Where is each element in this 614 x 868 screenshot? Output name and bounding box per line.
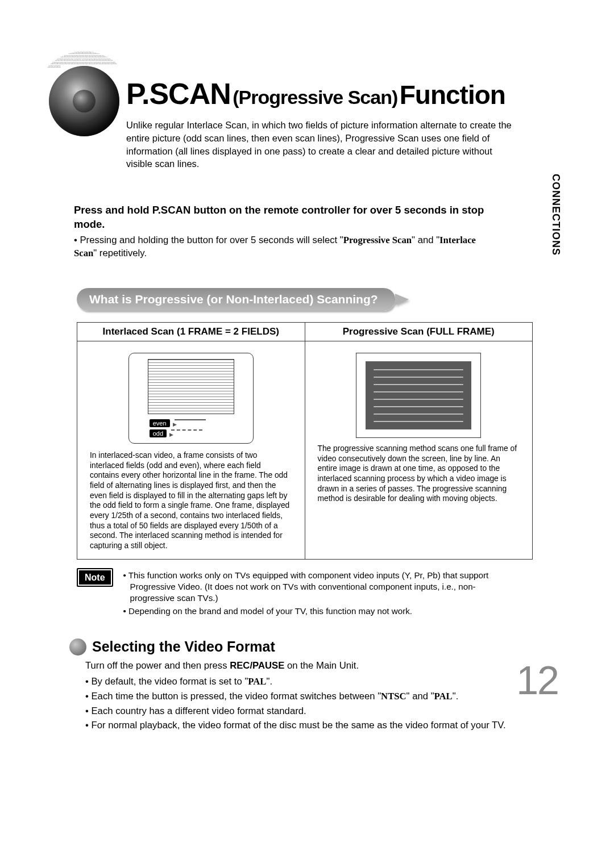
progressive-screen-icon: [366, 361, 471, 429]
instruction-lead: Press and hold P.SCAN button on the remo…: [74, 203, 495, 232]
sel-b1-pre: By default, the video format is set to ": [91, 676, 248, 687]
instr-option-1: Progressive Scan: [343, 235, 412, 245]
note-section: Note This function works only on TVs equ…: [77, 570, 495, 619]
page-number: 12: [516, 658, 558, 703]
speaker-cap-icon: [73, 90, 96, 112]
sel-intro-post: on the Main Unit.: [284, 660, 359, 671]
hero-block: 0101010101010100101010101010101010101010…: [40, 51, 574, 170]
manual-page: CONNECTIONS 0101010101010100101010101010…: [0, 0, 614, 868]
legend-even-label: even: [150, 419, 170, 427]
sel-b1-post: ".: [266, 676, 272, 687]
page-title: P.SCAN (Progressive Scan) Function: [126, 51, 574, 111]
table-header-right: Progressive Scan (FULL FRAME): [305, 323, 533, 341]
intro-paragraph: Unlike regular Interlace Scan, in which …: [126, 119, 513, 170]
note-item: Depending on the brand and model of your…: [123, 606, 495, 617]
instruction-bullet: Pressing and holding the button for over…: [74, 234, 495, 260]
instr-text-post: " repetitively.: [93, 248, 147, 258]
table-header-left: Interlaced Scan (1 FRAME = 2 FIELDS): [77, 323, 305, 341]
table-cell-right: The progressive scanning method scans on…: [305, 341, 533, 560]
title-part-1: P.SCAN: [126, 77, 231, 110]
interlaced-screen-icon: [148, 359, 234, 414]
interlaced-description: In interlaced-scan video, a frame consis…: [90, 450, 292, 551]
progressive-description: The progressive scanning method scans on…: [318, 444, 520, 504]
instr-text-mid: " and ": [412, 235, 439, 245]
sel-intro-pre: Turn off the power and then press: [85, 660, 230, 671]
instruction-block: Press and hold P.SCAN button on the remo…: [74, 203, 495, 260]
sel-b2-post: ".: [453, 691, 459, 702]
title-part-2: (Progressive Scan): [233, 86, 397, 108]
sel-b1-val: PAL: [248, 676, 266, 687]
note-item: This function works only on TVs equipped…: [123, 570, 495, 604]
sel-b2-mid: " and ": [406, 691, 434, 702]
sel-b2-pre: Each time the button is pressed, the vid…: [91, 691, 381, 702]
table-cell-left: even odd In interlaced-scan video, a fra…: [77, 341, 305, 560]
selecting-bullet: Each country has a different video forma…: [85, 704, 517, 719]
note-items: This function works only on TVs equipped…: [123, 570, 495, 619]
selecting-heading: Selecting the Video Format: [92, 639, 275, 655]
selecting-bullet: By default, the video format is set to "…: [85, 675, 517, 689]
legend-odd-label: odd: [150, 429, 167, 437]
comparison-table: Interlaced Scan (1 FRAME = 2 FIELDS) Pro…: [77, 322, 533, 560]
selecting-body: Turn off the power and then press REC/PA…: [85, 659, 517, 733]
selecting-heading-row: Selecting the Video Format: [69, 639, 574, 656]
interlaced-diagram: even odd: [128, 353, 254, 444]
instr-text-pre: Pressing and holding the button for over…: [80, 235, 343, 245]
selecting-bullet: For normal playback, the video format of…: [85, 719, 517, 733]
sel-b2-v1: NTSC: [381, 691, 406, 702]
sel-b2-v2: PAL: [434, 691, 453, 702]
selecting-bullet: Each time the button is pressed, the vid…: [85, 690, 517, 704]
callout-heading: What is Progressive (or Non-Interlaced) …: [77, 288, 395, 311]
speaker-graphic: 0101010101010100101010101010101010101010…: [34, 51, 134, 151]
section-tab: CONNECTIONS: [550, 174, 562, 256]
sel-intro-bold: REC/PAUSE: [230, 660, 284, 671]
bullet-sphere-icon: [69, 639, 86, 656]
legend-even-line-icon: [175, 419, 206, 427]
progressive-diagram: [356, 353, 481, 438]
title-part-3: Function: [400, 80, 505, 110]
selecting-intro: Turn off the power and then press REC/PA…: [85, 659, 517, 673]
interlaced-legend: even odd: [150, 419, 206, 437]
note-badge: Note: [77, 568, 113, 587]
legend-odd-line-icon: [171, 429, 202, 437]
